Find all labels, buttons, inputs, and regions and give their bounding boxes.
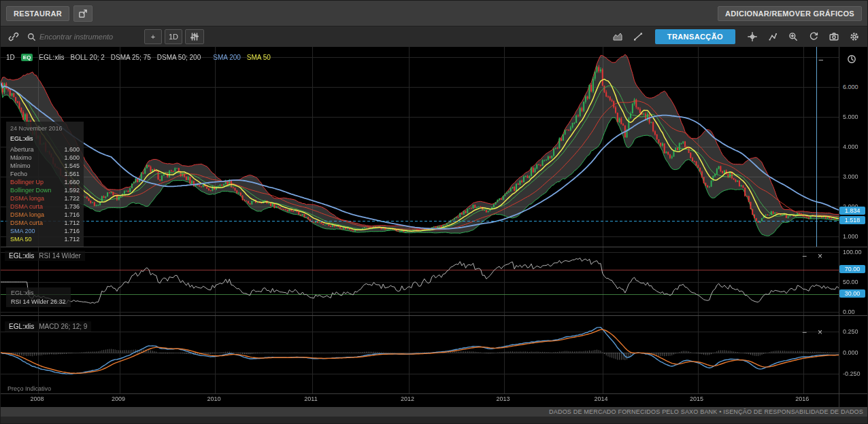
x-axis-year-label: 2015 bbox=[690, 395, 703, 402]
x-axis-year-label: 2010 bbox=[207, 395, 220, 402]
popout-icon bbox=[78, 8, 88, 19]
tooltip-row: DSMA longa1.722 bbox=[10, 194, 80, 202]
rsi-axis-label: 100.00 bbox=[843, 249, 862, 255]
add-instrument-button[interactable]: + bbox=[144, 29, 162, 44]
tooltip-row: Abertura1.600 bbox=[10, 145, 80, 154]
add-remove-charts-button[interactable]: ADICIONAR/REMOVER GRÁFICOS bbox=[718, 6, 862, 21]
x-axis-year-label: 2008 bbox=[30, 395, 44, 402]
tooltip-row: DSMA longa1.716 bbox=[10, 211, 80, 219]
popout-button[interactable] bbox=[73, 5, 93, 22]
legend-sma200: SMA 200 bbox=[213, 54, 241, 61]
trade-button[interactable]: TRANSACÇÃO bbox=[655, 29, 735, 44]
tooltip-date: 24 November 2016 bbox=[10, 125, 80, 132]
trend-drawing-icon bbox=[767, 31, 778, 42]
rsi-minimize-button[interactable]: − bbox=[802, 251, 807, 261]
bottom-strip bbox=[1, 417, 868, 424]
macd-minimize-button[interactable]: − bbox=[802, 328, 807, 337]
camera-icon bbox=[829, 31, 839, 42]
rsi-panel-header: EGL:xlis RSI 14 Wilder bbox=[5, 251, 85, 261]
price-axis-label: 5.000 bbox=[843, 113, 858, 120]
rsi-axis-badge: 70.00 bbox=[839, 265, 865, 273]
link-instrument-button[interactable] bbox=[5, 29, 22, 45]
tooltip-row: Fecho1.561 bbox=[10, 170, 80, 178]
chart-style-line-button[interactable] bbox=[629, 29, 647, 45]
legend-indicator: DSMA 50; 200 bbox=[157, 54, 201, 61]
price-axis-label: 4.000 bbox=[843, 143, 858, 150]
restore-button[interactable]: RESTAURAR bbox=[6, 6, 69, 21]
zoom-in-icon bbox=[788, 31, 799, 42]
rsi-panel-indicator: RSI 14 Wilder bbox=[39, 252, 81, 260]
price-axis-label: 1.000 bbox=[843, 233, 858, 240]
price-axis-badge: 1.834 bbox=[839, 207, 865, 215]
price-axis-badge: 1.518 bbox=[839, 216, 865, 224]
tooltip-row: DSMA curta1.712 bbox=[10, 219, 80, 227]
indicative-price-note: Preço Indicativo bbox=[7, 385, 51, 392]
line-chart-icon bbox=[633, 31, 644, 42]
drawing-tools-button[interactable] bbox=[764, 29, 782, 45]
rsi-panel-symbol: EGL:xlis bbox=[9, 252, 34, 260]
zoom-in-button[interactable] bbox=[784, 29, 802, 45]
tooltip-row: Mínimo1.545 bbox=[10, 162, 80, 170]
disclaimer-text: DADOS DE MERCADO FORNECIDOS PELO SAXO BA… bbox=[549, 408, 863, 415]
gear-icon bbox=[849, 31, 860, 42]
x-axis-divider bbox=[1, 393, 868, 394]
macd-axis-label: -0.250 bbox=[843, 370, 861, 377]
tooltip-row: Bollinger Down1.592 bbox=[10, 186, 80, 194]
search-input[interactable] bbox=[39, 33, 141, 41]
x-axis-year-label: 2014 bbox=[595, 395, 608, 402]
indicator-sliders-icon bbox=[189, 31, 200, 42]
legend-indicator: BOLL 20; 2 bbox=[71, 54, 105, 61]
rsi-readout: EGL:xlis RSI 14 Wilder 26.32 bbox=[6, 287, 71, 307]
price-chart-canvas[interactable] bbox=[1, 47, 839, 407]
panel-divider[interactable] bbox=[1, 315, 868, 316]
trading-platform-window: RESTAURAR ADICIONAR/REMOVER GRÁFICOS bbox=[0, 0, 868, 424]
rsi-axis-badge: 30.00 bbox=[839, 289, 865, 298]
macd-panel-indicator: MACD 26; 12; 9 bbox=[39, 323, 87, 330]
tooltip-row: DSMA curta1.736 bbox=[10, 202, 80, 211]
market-data-footer: DADOS DE MERCADO FORNECIDOS PELO SAXO BA… bbox=[1, 407, 868, 417]
chart-style-area-button[interactable] bbox=[609, 29, 627, 45]
snapshot-button[interactable] bbox=[825, 29, 843, 45]
macd-panel-controls: − × bbox=[802, 328, 822, 337]
rsi-close-button[interactable]: × bbox=[818, 251, 822, 261]
price-axis-label: 3.000 bbox=[843, 173, 858, 180]
chart-region: 1D EQ EGL:xlis BOLL 20; 2DSMA 25; 75DSMA… bbox=[1, 47, 868, 407]
time-axis-clock-button[interactable] bbox=[846, 54, 857, 67]
panel-divider[interactable] bbox=[1, 247, 868, 247]
legend-symbol: EGL:xlis bbox=[39, 54, 64, 61]
macd-panel-symbol: EGL:xlis bbox=[9, 323, 34, 330]
indicators-button[interactable] bbox=[185, 29, 204, 44]
legend-indicator: DSMA 25; 75 bbox=[111, 54, 151, 61]
tooltip-row: SMA 2001.716 bbox=[10, 227, 80, 235]
tooltip-row: Máximo1.600 bbox=[10, 154, 80, 162]
tooltip-row: Bollinger Up1.660 bbox=[10, 178, 80, 186]
settings-button[interactable] bbox=[846, 29, 863, 45]
x-axis-year-label: 2009 bbox=[112, 395, 125, 402]
refresh-button[interactable] bbox=[805, 29, 822, 45]
main-chart-minimize-button[interactable]: − bbox=[818, 55, 824, 65]
price-axis-label: 6.000 bbox=[843, 84, 858, 90]
chart-toolbar: + 1D TRANSACÇÃO bbox=[1, 26, 867, 47]
tooltip-row: SMA 501.712 bbox=[10, 235, 80, 243]
tooltip-rows: Abertura1.600Máximo1.600Mínimo1.545Fecho… bbox=[10, 145, 80, 243]
rsi-readout-symbol: EGL:xlis bbox=[11, 289, 66, 296]
x-axis-year-label: 2011 bbox=[304, 395, 317, 402]
top-header-bar: RESTAURAR ADICIONAR/REMOVER GRÁFICOS bbox=[1, 1, 867, 26]
rsi-readout-value: RSI 14 Wilder 26.32 bbox=[11, 298, 66, 305]
x-axis-year-label: 2016 bbox=[795, 395, 809, 402]
area-chart-icon bbox=[612, 31, 623, 42]
rsi-panel-controls: − × bbox=[802, 251, 822, 261]
legend-sma50: SMA 50 bbox=[247, 54, 271, 61]
macd-axis-label: 0.250 bbox=[843, 328, 858, 335]
crosshair-button[interactable] bbox=[744, 29, 761, 45]
refresh-icon bbox=[808, 31, 819, 42]
x-axis-year-label: 2012 bbox=[401, 395, 414, 402]
macd-axis-label: 0.000 bbox=[843, 349, 858, 356]
legend-period: 1D bbox=[6, 54, 15, 61]
period-button[interactable]: 1D bbox=[165, 29, 182, 44]
link-icon bbox=[8, 31, 19, 42]
tooltip-symbol: EGL:xlis bbox=[10, 135, 80, 142]
search-icon bbox=[27, 32, 37, 42]
macd-close-button[interactable]: × bbox=[818, 328, 822, 337]
x-axis-year-label: 2013 bbox=[496, 395, 510, 402]
